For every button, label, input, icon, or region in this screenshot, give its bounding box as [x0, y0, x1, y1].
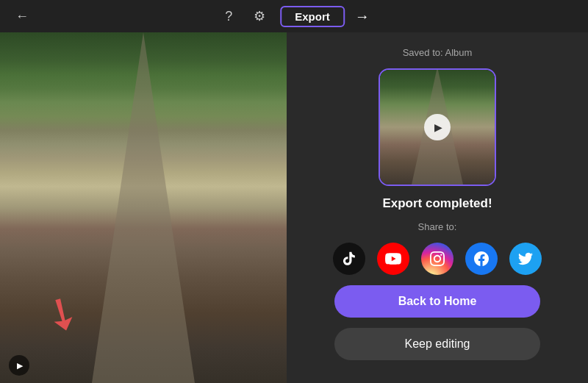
youtube-share-button[interactable] — [377, 243, 409, 275]
back-button[interactable]: ← — [12, 6, 32, 26]
export-button[interactable]: Export — [280, 6, 345, 27]
main-content: ➘ Saved to: Album Export completed! Shar… — [0, 32, 588, 383]
path-overlay — [92, 32, 195, 383]
help-button[interactable]: ? — [218, 6, 239, 26]
tiktok-share-button[interactable] — [333, 243, 365, 275]
thumbnail-play-icon — [424, 114, 451, 140]
forward-arrow-icon: → — [355, 8, 370, 25]
video-panel: ➘ — [0, 32, 287, 383]
video-background: ➘ — [0, 32, 287, 383]
thumbnail-scene — [380, 70, 495, 185]
video-thumbnail[interactable] — [379, 68, 496, 186]
share-label: Share to: — [418, 221, 457, 232]
right-panel: Saved to: Album Export completed! Share … — [287, 32, 588, 383]
video-play-button[interactable] — [9, 355, 29, 376]
header-center: ? ⚙ Export → — [218, 6, 370, 27]
export-complete-text: Export completed! — [382, 196, 492, 211]
keep-editing-button[interactable]: Keep editing — [334, 328, 540, 360]
header-left: ← — [12, 6, 32, 26]
saved-label: Saved to: Album — [403, 47, 473, 58]
twitter-share-button[interactable] — [509, 243, 542, 275]
instagram-share-button[interactable] — [421, 243, 453, 275]
social-share-row — [333, 243, 542, 275]
settings-button[interactable]: ⚙ — [249, 6, 270, 26]
header: ← ? ⚙ Export → — [0, 0, 588, 32]
back-to-home-button[interactable]: Back to Home — [334, 285, 540, 318]
facebook-share-button[interactable] — [465, 243, 498, 275]
